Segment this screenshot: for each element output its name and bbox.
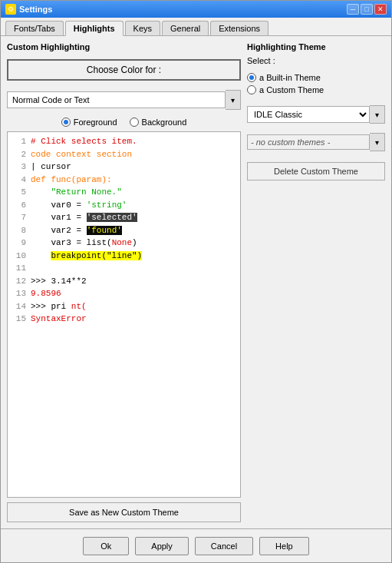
custom-theme-row: - no custom themes - ▾ [247, 133, 385, 151]
code-line-9: 9 var3 = list(None) [11, 237, 237, 250]
foreground-label: Foreground [74, 118, 117, 127]
theme-dropdown-row: IDLE Classic ▾ [247, 105, 385, 124]
builtin-theme-radio-label[interactable]: a Built-in Theme [247, 73, 385, 82]
background-radio-label[interactable]: Background [130, 118, 187, 127]
minimize-button[interactable]: ─ [347, 4, 359, 15]
highlighting-theme-label: Highlighting Theme [247, 42, 385, 51]
code-line-12: 12 >>> 3.14**2 [11, 275, 237, 288]
color-item-row: Normal Code or Text ▾ [7, 90, 241, 110]
help-button[interactable]: Help [259, 537, 309, 555]
tab-general[interactable]: General [162, 21, 209, 35]
code-line-5: 5 "Return None." [11, 186, 237, 199]
bottom-bar: Ok Apply Cancel Help [1, 528, 391, 562]
code-preview: 1 # Click selects item. 2 code context s… [7, 131, 241, 498]
maximize-button[interactable]: □ [361, 4, 373, 15]
tab-highlights[interactable]: Highlights [65, 21, 124, 36]
custom-dropdown-arrow[interactable]: ▾ [370, 133, 385, 151]
tabs-row: Fonts/Tabs Highlights Keys General Exten… [1, 18, 391, 36]
apply-button[interactable]: Apply [135, 537, 189, 555]
builtin-theme-label: a Built-in Theme [259, 73, 321, 82]
custom-theme-radio[interactable] [247, 85, 256, 94]
custom-theme-label: a Custom Theme [259, 85, 324, 94]
save-custom-theme-button[interactable]: Save as New Custom Theme [7, 502, 241, 522]
tab-keys[interactable]: Keys [125, 21, 160, 35]
tab-extensions[interactable]: Extensions [210, 21, 268, 35]
code-line-13: 13 9.8596 [11, 287, 237, 300]
code-line-2: 2 code context section [11, 148, 237, 161]
code-line-3: 3 | cursor [11, 161, 237, 174]
left-panel: Custom Highlighting Choose Color for : N… [7, 42, 241, 522]
code-line-14: 14 >>> pri nt( [11, 300, 237, 313]
right-panel: Highlighting Theme Select : a Built-in T… [247, 42, 385, 522]
foreground-radio-label[interactable]: Foreground [61, 118, 117, 127]
code-line-6: 6 var0 = 'string' [11, 199, 237, 212]
cancel-button[interactable]: Cancel [195, 537, 253, 555]
no-custom-themes: - no custom themes - [247, 134, 370, 150]
custom-highlighting-label: Custom Highlighting [7, 42, 241, 51]
code-line-15: 15 SyntaxError [11, 313, 237, 326]
code-line-7: 7 var1 = 'selected' [11, 211, 237, 224]
theme-dropdown-arrow[interactable]: ▾ [370, 105, 385, 124]
background-label: Background [142, 118, 187, 127]
title-bar-controls: ─ □ ✕ [347, 4, 387, 15]
builtin-theme-radio[interactable] [247, 73, 256, 82]
color-item-dropdown-arrow[interactable]: ▾ [226, 90, 241, 110]
title-bar: ⚙ Settings ─ □ ✕ [1, 1, 391, 18]
code-line-8: 8 var2 = 'found' [11, 224, 237, 237]
code-line-1: 1 # Click selects item. [11, 135, 237, 148]
theme-radio-group: a Built-in Theme a Custom Theme [247, 73, 385, 94]
settings-window: ⚙ Settings ─ □ ✕ Fonts/Tabs Highlights K… [0, 0, 392, 563]
code-line-4: 4 def func(param): [11, 174, 237, 187]
foreground-radio[interactable] [61, 118, 71, 127]
title-bar-left: ⚙ Settings [5, 4, 52, 15]
ok-button[interactable]: Ok [83, 537, 129, 555]
choose-color-button[interactable]: Choose Color for : [7, 59, 241, 81]
tab-fonts-tabs[interactable]: Fonts/Tabs [5, 21, 64, 35]
window-title: Settings [19, 5, 52, 14]
app-icon: ⚙ [5, 4, 16, 15]
background-radio[interactable] [130, 118, 139, 127]
select-label: Select : [247, 56, 385, 65]
close-button[interactable]: ✕ [374, 4, 387, 15]
code-line-11: 11 [11, 262, 237, 275]
custom-theme-radio-label[interactable]: a Custom Theme [247, 85, 385, 94]
color-item-button[interactable]: Normal Code or Text [7, 91, 226, 108]
theme-dropdown[interactable]: IDLE Classic [247, 106, 370, 123]
delete-custom-theme-button[interactable]: Delete Custom Theme [247, 162, 385, 180]
fg-bg-row: Foreground Background [7, 118, 241, 127]
code-line-10: 10 breakpoint("line") [11, 250, 237, 263]
content-area: Custom Highlighting Choose Color for : N… [1, 36, 391, 528]
